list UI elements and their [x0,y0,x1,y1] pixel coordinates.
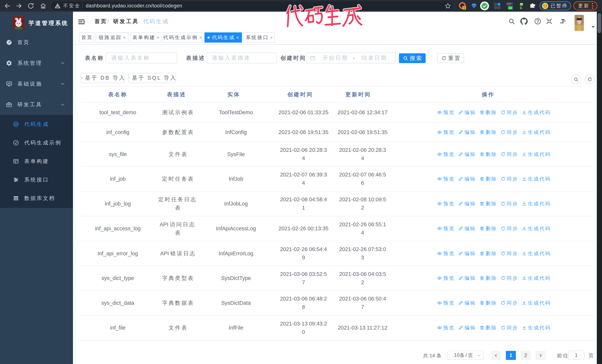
svg-text:on: on [509,7,512,9]
svg-text:1: 1 [463,6,465,10]
